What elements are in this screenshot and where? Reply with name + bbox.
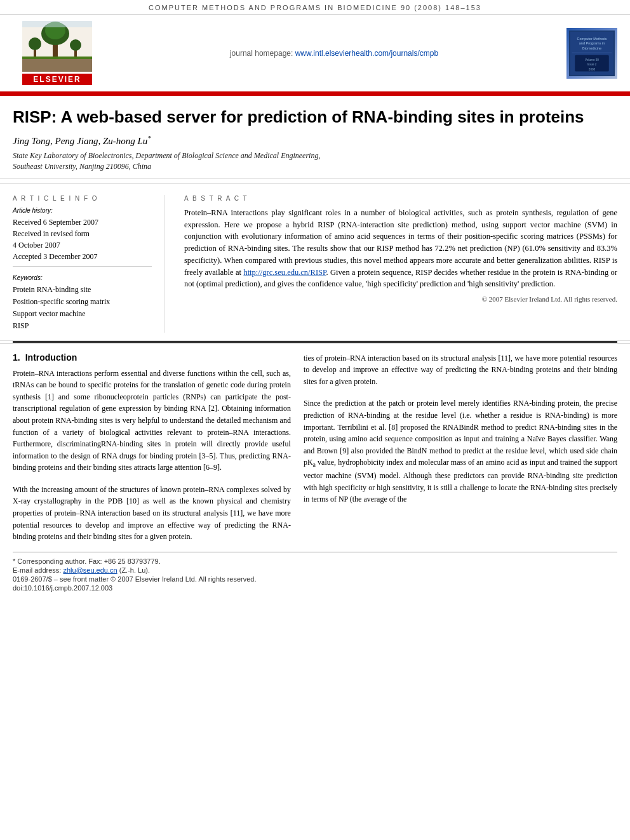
keywords-divider	[13, 266, 152, 267]
svg-rect-1	[22, 58, 92, 72]
email-suffix: (Z.-h. Lu).	[119, 566, 150, 574]
introduction-heading: 1.Introduction	[13, 352, 291, 363]
abstract-text: Protein–RNA interactions play significan…	[184, 207, 617, 290]
svg-text:Biomedicine: Biomedicine	[582, 46, 601, 50]
intro-paragraph-1: Protein–RNA interactions perform essenti…	[13, 368, 291, 474]
elsevier-label-text: ELSEVIER	[22, 74, 92, 85]
abstract-section: A B S T R A C T Protein–RNA interactions…	[178, 195, 617, 333]
elsevier-tree-icon	[22, 21, 92, 72]
article-title: RISP: A web-based server for prediction …	[13, 107, 617, 127]
history-subheading: Article history:	[13, 207, 152, 214]
affiliation: State Key Laboratory of Bioelectronics, …	[13, 150, 617, 172]
accepted-date: Accepted 3 December 2007	[13, 251, 152, 262]
section-divider-1	[0, 183, 630, 183]
affiliation-line2: Southeast University, Nanjing 210096, Ch…	[13, 162, 151, 171]
body-col-right: ties of protein–RNA interaction based on…	[304, 352, 617, 543]
keyword-4: RISP	[13, 320, 152, 332]
svg-rect-9	[22, 57, 92, 59]
doi-text: doi:10.1016/j.cmpb.2007.12.003	[13, 584, 617, 592]
svg-point-6	[29, 37, 41, 50]
article-info-panel: A R T I C L E I N F O Article history: R…	[13, 195, 165, 333]
authors: Jing Tong, Peng Jiang, Zu-hong Lu*	[13, 135, 617, 147]
svg-rect-10	[22, 21, 92, 27]
journal-citation: COMPUTER METHODS AND PROGRAMS IN BIOMEDI…	[149, 4, 481, 11]
keyword-3: Support vector machine	[13, 308, 152, 320]
corresponding-marker: *	[147, 135, 151, 142]
corresponding-note: * Corresponding author. Fax: +86 25 8379…	[13, 557, 161, 565]
section-num: 1.	[13, 352, 20, 363]
email-footnote: E-mail address: zhlu@seu.edu.cn (Z.-h. L…	[13, 566, 617, 574]
svg-text:Computer Methods: Computer Methods	[577, 36, 607, 40]
keywords-section: Keywords: Protein RNA-binding site Posit…	[13, 274, 152, 333]
svg-text:Issue 2: Issue 2	[587, 63, 597, 66]
journal-homepage-label: journal homepage:	[230, 49, 293, 58]
svg-text:Volume 90: Volume 90	[585, 58, 599, 62]
body-section: 1.Introduction Protein–RNA interactions …	[0, 343, 630, 552]
svg-text:and Programs in: and Programs in	[579, 41, 605, 45]
section-title: Introduction	[25, 352, 77, 363]
journal-cover-svg: Computer Methods and Programs in Biomedi…	[567, 30, 617, 76]
footer-section: * Corresponding author. Fax: +86 25 8379…	[13, 552, 617, 599]
keyword-1: Protein RNA-binding site	[13, 284, 152, 296]
journal-homepage-url[interactable]: www.intl.elsevierhealth.com/journals/cmp…	[295, 49, 438, 58]
svg-text:2008: 2008	[589, 67, 596, 70]
abstract-copyright: © 2007 Elsevier Ireland Ltd. All rights …	[184, 295, 617, 303]
abstract-heading: A B S T R A C T	[184, 195, 617, 202]
authors-text: Jing Tong, Peng Jiang, Zu-hong Lu	[13, 136, 147, 146]
email-label: E-mail address:	[13, 566, 61, 574]
journal-homepage: journal homepage: www.intl.elsevierhealt…	[102, 49, 566, 58]
received-date: Received 6 September 2007	[13, 217, 152, 228]
page-wrapper: COMPUTER METHODS AND PROGRAMS IN BIOMEDI…	[0, 0, 630, 599]
svg-point-8	[70, 39, 81, 51]
journal-top-bar: COMPUTER METHODS AND PROGRAMS IN BIOMEDI…	[0, 0, 630, 15]
info-section: A R T I C L E I N F O Article history: R…	[0, 187, 630, 341]
revised-date: 4 October 2007	[13, 239, 152, 251]
header-section: ELSEVIER journal homepage: www.intl.else…	[0, 15, 630, 93]
affiliation-line1: State Key Laboratory of Bioelectronics, …	[13, 151, 320, 160]
elsevier-logo: ELSEVIER	[13, 21, 102, 85]
keywords-heading: Keywords:	[13, 274, 152, 281]
corresponding-footnote: * Corresponding author. Fax: +86 25 8379…	[13, 557, 617, 565]
intro-paragraph-2: With the increasing amount of the struct…	[13, 484, 291, 543]
risp-url-link[interactable]: http://grc.seu.edu.cn/RISP	[243, 268, 326, 277]
intro-paragraph-3: ties of protein–RNA interaction based on…	[304, 352, 617, 388]
article-title-section: RISP: A web-based server for prediction …	[0, 96, 630, 179]
journal-cover-image: Computer Methods and Programs in Biomedi…	[566, 28, 617, 79]
email-link[interactable]: zhlu@seu.edu.cn	[63, 566, 117, 574]
intro-paragraph-4: Since the prediction at the patch or pro…	[304, 397, 617, 505]
license-text: 0169-2607/$ – see front matter © 2007 El…	[13, 575, 617, 583]
keyword-2: Position-specific scoring matrix	[13, 296, 152, 308]
body-col-left: 1.Introduction Protein–RNA interactions …	[13, 352, 291, 543]
revised-label: Received in revised form	[13, 228, 152, 239]
article-info-heading: A R T I C L E I N F O	[13, 195, 152, 202]
